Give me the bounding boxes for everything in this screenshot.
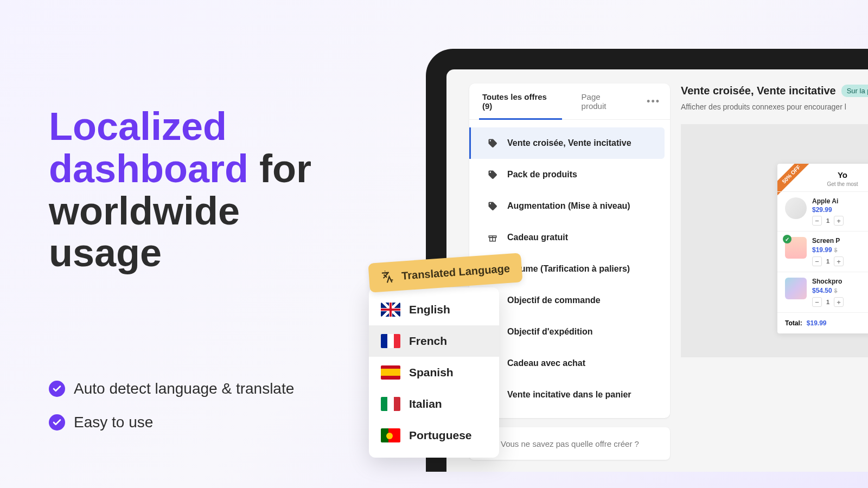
offer-label: Cadeau avec achat (507, 358, 585, 368)
language-option-italian[interactable]: Italian (369, 388, 499, 420)
language-name: Portuguese (409, 429, 472, 442)
product-old-price: $ (834, 288, 838, 294)
tag-icon (487, 200, 499, 212)
flag-icon (381, 428, 400, 442)
detail-title: Vente croisée, Vente incitative (681, 85, 836, 97)
preview-total: Total: $19.99 (777, 312, 868, 333)
feature-text: Easy to use (74, 414, 153, 431)
tag-icon (487, 169, 499, 181)
feature-item: Easy to use (49, 414, 353, 431)
offer-preview-card: 50% OFF Yo Get the most Apple Ai $29.99 … (777, 164, 868, 333)
flag-icon (381, 303, 400, 317)
feature-list: Auto detect language & translate Easy to… (49, 380, 353, 431)
offer-label: Pack de produits (507, 170, 577, 179)
product-thumb (785, 237, 807, 259)
help-text: Vous ne savez pas quelle offre créer ? (501, 439, 639, 448)
offer-shipping-goal[interactable]: Objectif d'expédition (475, 316, 665, 348)
marketing-copy: Localized dashboard for worldwide usage … (49, 106, 353, 447)
language-dropdown[interactable]: English French Spanish Italian Portugues… (369, 287, 499, 458)
headline: Localized dashboard for worldwide usage (49, 106, 353, 274)
language-name: English (409, 303, 450, 316)
product-price: $54.50 (812, 287, 832, 294)
gift-icon (487, 232, 499, 243)
total-value: $19.99 (807, 319, 827, 327)
product-price: $29.99 (812, 206, 868, 214)
plus-icon[interactable]: + (834, 256, 844, 266)
qty-value: 1 (826, 217, 829, 224)
plus-icon[interactable]: + (834, 216, 844, 226)
offer-label: Objectif de commande (507, 296, 601, 305)
flag-icon (381, 334, 400, 348)
product-old-price: $ (834, 247, 838, 253)
language-option-french[interactable]: French (369, 325, 499, 357)
offer-bundle[interactable]: Pack de produits (475, 159, 665, 190)
offer-label: Vente croisée, Vente incitative (507, 138, 631, 148)
translate-icon (380, 269, 395, 285)
language-name: Italian (409, 397, 442, 410)
qty-value: 1 (826, 258, 829, 265)
offer-cart-upsell[interactable]: Vente incitative dans le panier (475, 379, 665, 410)
offer-label: Cadeau gratuit (507, 233, 568, 242)
more-icon[interactable]: ••• (647, 96, 660, 107)
headline-highlight: Localized dashboard (49, 105, 248, 190)
offers-panel: Toutes les offres (9) Page produit ••• V… (469, 84, 670, 418)
location-badge: Sur la page p (841, 85, 868, 97)
product-name: Shockpro (812, 278, 868, 285)
offer-cross-sell[interactable]: Vente croisée, Vente incitative (469, 127, 665, 159)
offer-order-goal[interactable]: Objectif de commande (475, 285, 665, 316)
product-thumb (785, 197, 807, 219)
language-name: French (409, 335, 447, 348)
check-icon (49, 381, 65, 397)
check-icon (49, 414, 65, 431)
offer-label: Augmentation (Mise à niveau) (507, 201, 630, 211)
check-icon (783, 235, 792, 243)
minus-icon[interactable]: − (812, 297, 822, 307)
help-prompt[interactable]: ? Vous ne savez pas quelle offre créer ? (469, 427, 670, 460)
product-name: Apple Ai (812, 197, 868, 205)
language-option-english[interactable]: English (369, 294, 499, 325)
qty-control[interactable]: −1+ (812, 216, 868, 226)
tabs-row: Toutes les offres (9) Page produit ••• (469, 84, 670, 120)
plus-icon[interactable]: + (834, 297, 844, 307)
minus-icon[interactable]: − (812, 216, 822, 226)
total-label: Total: (785, 319, 802, 327)
preview-item[interactable]: Screen P $19.99$ −1+ (777, 231, 868, 272)
product-name: Screen P (812, 237, 868, 245)
qty-control[interactable]: −1+ (812, 256, 868, 266)
language-option-spanish[interactable]: Spanish (369, 357, 499, 388)
product-thumb (785, 278, 807, 299)
qty-value: 1 (826, 299, 829, 305)
offer-gift-with-purchase[interactable]: Cadeau avec achat (475, 348, 665, 379)
detail-subtitle: Afficher des produits connexes pour enco… (681, 102, 868, 111)
offer-free-gift[interactable]: Cadeau gratuit (475, 222, 665, 253)
tab-all-offers[interactable]: Toutes les offres (9) (479, 84, 562, 119)
tag-icon (487, 137, 499, 149)
preview-item[interactable]: Apple Ai $29.99 −1+ (777, 191, 868, 231)
preview-item[interactable]: Shockpro $54.50$ −1+ (777, 272, 868, 312)
preview-subtitle: Get the most (783, 181, 868, 187)
tab-product-page[interactable]: Page produit (578, 84, 631, 119)
feature-text: Auto detect language & translate (74, 380, 294, 397)
offer-label: Objectif d'expédition (507, 327, 593, 337)
minus-icon[interactable]: − (812, 256, 822, 266)
feature-item: Auto detect language & translate (49, 380, 353, 397)
offer-label: Volume (Tarification à paliers) (507, 264, 630, 274)
offer-upgrade[interactable]: Augmentation (Mise à niveau) (475, 190, 665, 222)
language-option-portuguese[interactable]: Portuguese (369, 420, 499, 451)
flag-icon (381, 397, 400, 411)
badge-text: Translated Language (401, 262, 510, 282)
qty-control[interactable]: −1+ (812, 297, 868, 307)
product-price: $19.99 (812, 246, 832, 254)
detail-title-row: Vente croisée, Vente incitative Sur la p… (681, 85, 868, 97)
offer-label: Vente incitative dans le panier (507, 390, 631, 400)
flag-icon (381, 365, 400, 380)
language-name: Spanish (409, 366, 454, 379)
